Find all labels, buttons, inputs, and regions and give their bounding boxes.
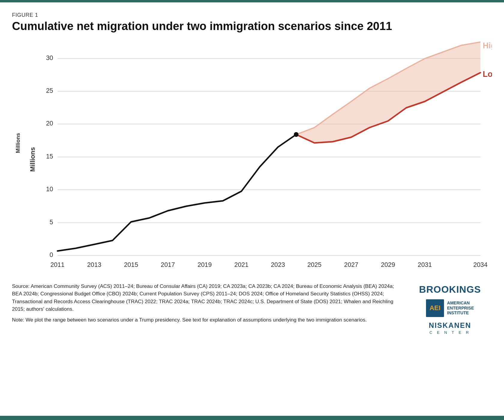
bottom-bar — [0, 416, 504, 420]
note-text: Note: We plot the range between two scen… — [12, 316, 396, 324]
svg-text:2017: 2017 — [161, 261, 175, 268]
footer-area: Source: American Community Survey (ACS) … — [12, 276, 492, 341]
svg-text:2029: 2029 — [381, 261, 395, 268]
svg-text:30: 30 — [46, 54, 53, 61]
brookings-logo: BROOKINGS — [419, 284, 481, 295]
chart-svg: 0 5 10 15 20 25 30 2011 2013 2015 2017 2… — [28, 39, 492, 273]
svg-text:2013: 2013 — [87, 261, 101, 268]
high-label: High — [483, 41, 492, 50]
y-axis-label: Millions — [15, 133, 21, 153]
svg-text:2025: 2025 — [307, 261, 321, 268]
figure-label: FIGURE 1 — [12, 12, 492, 18]
low-label: Low — [483, 69, 492, 79]
aei-logo: AEI AMERICAN ENTERPRISE INSTITUTE — [426, 299, 474, 317]
svg-text:10: 10 — [46, 185, 53, 192]
chart-title: Cumulative net migration under two immig… — [12, 20, 492, 33]
y-axis-title: Millions — [29, 147, 37, 172]
svg-text:2021: 2021 — [234, 261, 248, 268]
logos-area: BROOKINGS AEI AMERICAN ENTERPRISE INSTIT… — [408, 283, 492, 335]
svg-text:2031: 2031 — [418, 261, 432, 268]
svg-text:5: 5 — [50, 218, 53, 225]
svg-text:15: 15 — [46, 152, 53, 160]
aei-shield-icon: AEI — [426, 299, 444, 317]
svg-text:2019: 2019 — [197, 261, 212, 268]
svg-text:AEI: AEI — [430, 304, 441, 312]
top-bar — [0, 0, 504, 2]
svg-text:20: 20 — [46, 119, 53, 127]
svg-text:2034: 2034 — [473, 261, 488, 268]
footer-text: Source: American Community Survey (ACS) … — [12, 283, 396, 335]
svg-text:2027: 2027 — [344, 261, 358, 268]
junction-dot — [294, 132, 298, 137]
svg-text:2011: 2011 — [50, 261, 64, 268]
svg-text:25: 25 — [46, 86, 53, 94]
svg-text:2023: 2023 — [271, 261, 285, 268]
aei-text: AMERICAN ENTERPRISE INSTITUTE — [447, 301, 474, 316]
scenario-fill-area — [296, 42, 480, 143]
chart-area: Millions 0 5 10 15 — [12, 39, 492, 273]
svg-text:2015: 2015 — [124, 261, 138, 268]
historical-line — [58, 134, 296, 251]
content-wrapper: FIGURE 1 Cumulative net migration under … — [0, 2, 504, 416]
source-text: Source: American Community Survey (ACS) … — [12, 283, 396, 313]
svg-text:0: 0 — [50, 251, 53, 258]
niskanen-logo: NISKANEN C E N T E R — [429, 321, 471, 335]
